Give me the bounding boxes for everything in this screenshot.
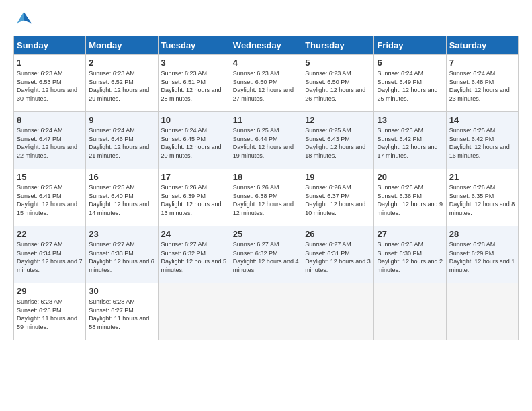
day-cell: 25Sunrise: 6:27 AMSunset: 6:32 PMDayligh… bbox=[230, 226, 302, 283]
day-number: 22 bbox=[17, 229, 83, 239]
day-number: 13 bbox=[377, 115, 443, 125]
svg-marker-2 bbox=[17, 12, 24, 24]
day-cell: 24Sunrise: 6:27 AMSunset: 6:32 PMDayligh… bbox=[158, 226, 230, 283]
day-cell: 5Sunrise: 6:23 AMSunset: 6:50 PMDaylight… bbox=[302, 55, 374, 112]
day-cell: 18Sunrise: 6:26 AMSunset: 6:38 PMDayligh… bbox=[230, 169, 302, 226]
day-cell: 2Sunrise: 6:23 AMSunset: 6:52 PMDaylight… bbox=[86, 55, 158, 112]
day-cell: 28Sunrise: 6:28 AMSunset: 6:29 PMDayligh… bbox=[446, 226, 518, 283]
day-cell: 23Sunrise: 6:27 AMSunset: 6:33 PMDayligh… bbox=[86, 226, 158, 283]
day-cell: 11Sunrise: 6:25 AMSunset: 6:44 PMDayligh… bbox=[230, 112, 302, 169]
day-info: Sunrise: 6:24 AMSunset: 6:47 PMDaylight:… bbox=[17, 126, 83, 160]
day-cell: 19Sunrise: 6:26 AMSunset: 6:37 PMDayligh… bbox=[302, 169, 374, 226]
day-number: 6 bbox=[377, 58, 443, 68]
day-info: Sunrise: 6:24 AMSunset: 6:49 PMDaylight:… bbox=[377, 69, 443, 103]
day-info: Sunrise: 6:23 AMSunset: 6:50 PMDaylight:… bbox=[305, 69, 371, 103]
day-info: Sunrise: 6:26 AMSunset: 6:37 PMDaylight:… bbox=[305, 183, 371, 217]
day-info: Sunrise: 6:24 AMSunset: 6:48 PMDaylight:… bbox=[449, 69, 515, 103]
col-saturday: Saturday bbox=[446, 36, 518, 55]
day-info: Sunrise: 6:28 AMSunset: 6:28 PMDaylight:… bbox=[17, 298, 83, 331]
svg-marker-1 bbox=[24, 12, 31, 24]
week-row-4: 22Sunrise: 6:27 AMSunset: 6:34 PMDayligh… bbox=[14, 226, 519, 283]
day-cell: 17Sunrise: 6:26 AMSunset: 6:39 PMDayligh… bbox=[158, 169, 230, 226]
day-info: Sunrise: 6:25 AMSunset: 6:44 PMDaylight:… bbox=[233, 126, 299, 160]
day-number: 28 bbox=[449, 229, 515, 239]
calendar: Sunday Monday Tuesday Wednesday Thursday… bbox=[13, 36, 519, 340]
day-info: Sunrise: 6:28 AMSunset: 6:29 PMDaylight:… bbox=[449, 240, 515, 274]
day-cell: 26Sunrise: 6:27 AMSunset: 6:31 PMDayligh… bbox=[302, 226, 374, 283]
day-info: Sunrise: 6:23 AMSunset: 6:53 PMDaylight:… bbox=[17, 69, 83, 103]
col-tuesday: Tuesday bbox=[158, 36, 230, 55]
day-number: 27 bbox=[377, 229, 443, 239]
day-cell: 13Sunrise: 6:25 AMSunset: 6:42 PMDayligh… bbox=[374, 112, 446, 169]
day-info: Sunrise: 6:25 AMSunset: 6:42 PMDaylight:… bbox=[449, 126, 515, 160]
day-number: 29 bbox=[17, 286, 83, 296]
day-info: Sunrise: 6:25 AMSunset: 6:40 PMDaylight:… bbox=[89, 183, 154, 217]
day-cell: 14Sunrise: 6:25 AMSunset: 6:42 PMDayligh… bbox=[446, 112, 518, 169]
day-cell: 6Sunrise: 6:24 AMSunset: 6:49 PMDaylight… bbox=[374, 55, 446, 112]
day-number: 16 bbox=[89, 172, 154, 182]
day-number: 21 bbox=[449, 172, 515, 182]
day-info: Sunrise: 6:27 AMSunset: 6:33 PMDaylight:… bbox=[89, 240, 154, 274]
day-number: 24 bbox=[161, 229, 227, 239]
day-number: 20 bbox=[377, 172, 443, 182]
day-cell bbox=[374, 283, 446, 340]
col-sunday: Sunday bbox=[14, 36, 86, 55]
day-number: 23 bbox=[89, 229, 154, 239]
week-row-2: 8Sunrise: 6:24 AMSunset: 6:47 PMDaylight… bbox=[14, 112, 519, 169]
day-info: Sunrise: 6:27 AMSunset: 6:34 PMDaylight:… bbox=[17, 240, 83, 274]
day-info: Sunrise: 6:26 AMSunset: 6:35 PMDaylight:… bbox=[449, 183, 515, 217]
day-number: 15 bbox=[17, 172, 83, 182]
day-cell: 15Sunrise: 6:25 AMSunset: 6:41 PMDayligh… bbox=[14, 169, 86, 226]
day-number: 30 bbox=[89, 286, 154, 296]
day-number: 3 bbox=[161, 58, 227, 68]
day-cell: 22Sunrise: 6:27 AMSunset: 6:34 PMDayligh… bbox=[14, 226, 86, 283]
day-info: Sunrise: 6:27 AMSunset: 6:32 PMDaylight:… bbox=[233, 240, 299, 274]
header-row: Sunday Monday Tuesday Wednesday Thursday… bbox=[14, 36, 519, 55]
day-cell: 29Sunrise: 6:28 AMSunset: 6:28 PMDayligh… bbox=[14, 283, 86, 340]
day-info: Sunrise: 6:25 AMSunset: 6:43 PMDaylight:… bbox=[305, 126, 371, 160]
day-cell: 7Sunrise: 6:24 AMSunset: 6:48 PMDaylight… bbox=[446, 55, 518, 112]
day-info: Sunrise: 6:25 AMSunset: 6:42 PMDaylight:… bbox=[377, 126, 443, 160]
week-row-3: 15Sunrise: 6:25 AMSunset: 6:41 PMDayligh… bbox=[14, 169, 519, 226]
day-info: Sunrise: 6:26 AMSunset: 6:36 PMDaylight:… bbox=[377, 183, 443, 217]
day-number: 10 bbox=[161, 115, 227, 125]
day-cell bbox=[302, 283, 374, 340]
day-cell: 20Sunrise: 6:26 AMSunset: 6:36 PMDayligh… bbox=[374, 169, 446, 226]
col-thursday: Thursday bbox=[302, 36, 374, 55]
day-number: 8 bbox=[17, 115, 83, 125]
day-cell bbox=[230, 283, 302, 340]
day-number: 18 bbox=[233, 172, 299, 182]
day-number: 25 bbox=[233, 229, 299, 239]
day-number: 1 bbox=[17, 58, 83, 68]
day-number: 19 bbox=[305, 172, 371, 182]
col-wednesday: Wednesday bbox=[230, 36, 302, 55]
day-info: Sunrise: 6:27 AMSunset: 6:31 PMDaylight:… bbox=[305, 240, 371, 274]
col-friday: Friday bbox=[374, 36, 446, 55]
col-monday: Monday bbox=[86, 36, 158, 55]
day-cell: 27Sunrise: 6:28 AMSunset: 6:30 PMDayligh… bbox=[374, 226, 446, 283]
day-info: Sunrise: 6:25 AMSunset: 6:41 PMDaylight:… bbox=[17, 183, 83, 217]
page: Sunday Monday Tuesday Wednesday Thursday… bbox=[0, 0, 532, 411]
day-number: 17 bbox=[161, 172, 227, 182]
day-cell: 1Sunrise: 6:23 AMSunset: 6:53 PMDaylight… bbox=[14, 55, 86, 112]
day-number: 2 bbox=[89, 58, 154, 68]
day-cell: 21Sunrise: 6:26 AMSunset: 6:35 PMDayligh… bbox=[446, 169, 518, 226]
week-row-5: 29Sunrise: 6:28 AMSunset: 6:28 PMDayligh… bbox=[14, 283, 519, 340]
day-info: Sunrise: 6:23 AMSunset: 6:52 PMDaylight:… bbox=[89, 69, 154, 103]
day-info: Sunrise: 6:24 AMSunset: 6:45 PMDaylight:… bbox=[161, 126, 227, 160]
day-cell bbox=[158, 283, 230, 340]
day-cell: 30Sunrise: 6:28 AMSunset: 6:27 PMDayligh… bbox=[86, 283, 158, 340]
day-number: 14 bbox=[449, 115, 515, 125]
day-info: Sunrise: 6:28 AMSunset: 6:30 PMDaylight:… bbox=[377, 240, 443, 274]
day-info: Sunrise: 6:26 AMSunset: 6:38 PMDaylight:… bbox=[233, 183, 299, 217]
day-number: 7 bbox=[449, 58, 515, 68]
day-info: Sunrise: 6:26 AMSunset: 6:39 PMDaylight:… bbox=[161, 183, 227, 217]
week-row-1: 1Sunrise: 6:23 AMSunset: 6:53 PMDaylight… bbox=[14, 55, 519, 112]
day-info: Sunrise: 6:24 AMSunset: 6:46 PMDaylight:… bbox=[89, 126, 154, 160]
day-cell: 3Sunrise: 6:23 AMSunset: 6:51 PMDaylight… bbox=[158, 55, 230, 112]
day-cell: 16Sunrise: 6:25 AMSunset: 6:40 PMDayligh… bbox=[86, 169, 158, 226]
day-info: Sunrise: 6:27 AMSunset: 6:32 PMDaylight:… bbox=[161, 240, 227, 274]
day-number: 26 bbox=[305, 229, 371, 239]
day-cell: 9Sunrise: 6:24 AMSunset: 6:46 PMDaylight… bbox=[86, 112, 158, 169]
day-cell: 10Sunrise: 6:24 AMSunset: 6:45 PMDayligh… bbox=[158, 112, 230, 169]
